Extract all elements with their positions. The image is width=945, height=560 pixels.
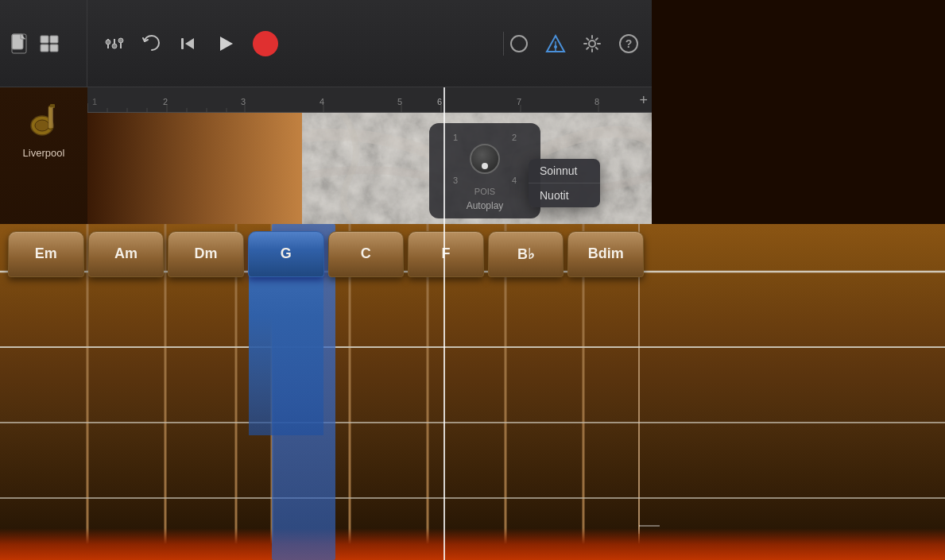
svg-rect-5 — [50, 44, 58, 52]
metronome-icon[interactable] — [544, 33, 567, 55]
svg-rect-3 — [50, 36, 58, 43]
svg-point-19 — [589, 41, 595, 47]
svg-point-18 — [554, 45, 557, 48]
toolbar-left — [0, 0, 87, 87]
chord-bb[interactable]: B♭ — [488, 231, 564, 277]
help-icon[interactable]: ? — [618, 33, 640, 55]
chord-em[interactable]: Em — [8, 231, 84, 277]
svg-point-45 — [35, 120, 49, 131]
svg-rect-4 — [41, 44, 48, 52]
ruler: 1 2 3 4 5 6 7 8 — [87, 87, 652, 113]
svg-point-9 — [112, 44, 117, 48]
notes-item[interactable]: Nuotit — [529, 183, 600, 207]
mixer-icon[interactable] — [103, 33, 126, 55]
svg-point-15 — [511, 36, 527, 52]
chord-f[interactable]: F — [408, 231, 484, 277]
document-icon[interactable] — [8, 33, 30, 55]
chord-am[interactable]: Am — [88, 231, 165, 277]
svg-text:1: 1 — [92, 97, 97, 106]
pos-4: 4 — [512, 176, 517, 185]
gear-icon[interactable] — [581, 33, 603, 55]
pos-2: 2 — [512, 133, 517, 142]
chords-item[interactable]: Soinnut — [529, 159, 600, 183]
svg-marker-14 — [220, 37, 233, 51]
undo-icon[interactable] — [140, 33, 162, 55]
layout-icon[interactable] — [38, 33, 60, 55]
chord-bdim[interactable]: Bdim — [567, 231, 644, 277]
instrument-icon — [20, 95, 68, 143]
add-track-button[interactable]: + — [639, 91, 648, 108]
context-menu: Soinnut Nuotit — [529, 159, 600, 207]
pos-1: 1 — [453, 133, 458, 142]
autoplay-panel: 1 2 3 4 POIS Autoplay — [429, 123, 540, 218]
svg-marker-13 — [185, 38, 194, 49]
toolbar-main — [87, 31, 499, 56]
svg-rect-12 — [181, 38, 184, 49]
playhead — [443, 87, 445, 560]
record-button[interactable] — [253, 31, 278, 56]
track-name: Liverpool — [23, 147, 65, 159]
toolbar-right: ? — [508, 33, 652, 55]
svg-point-7 — [106, 40, 110, 44]
monitor-icon[interactable] — [508, 33, 530, 55]
autoplay-knob[interactable] — [470, 144, 500, 174]
pos-3: 3 — [453, 176, 458, 185]
chord-dm[interactable]: Dm — [168, 231, 244, 277]
bottom-glow — [0, 528, 945, 560]
play-button[interactable] — [213, 31, 238, 56]
autoplay-grid: 1 2 3 4 — [449, 131, 521, 187]
chord-c[interactable]: C — [328, 231, 405, 277]
svg-rect-2 — [41, 36, 48, 43]
toolbar-divider — [503, 32, 504, 56]
autoplay-label: Autoplay — [467, 200, 504, 211]
chord-g[interactable]: G — [248, 231, 324, 277]
svg-text:?: ? — [625, 37, 633, 50]
rewind-icon[interactable] — [176, 33, 199, 55]
toolbar: ? — [0, 0, 652, 87]
pois-label: POIS — [474, 187, 495, 196]
track-item[interactable]: Liverpool — [20, 95, 68, 159]
chord-row: Em Am Dm G C F B♭ Bdim — [0, 224, 652, 284]
svg-point-11 — [118, 38, 123, 43]
